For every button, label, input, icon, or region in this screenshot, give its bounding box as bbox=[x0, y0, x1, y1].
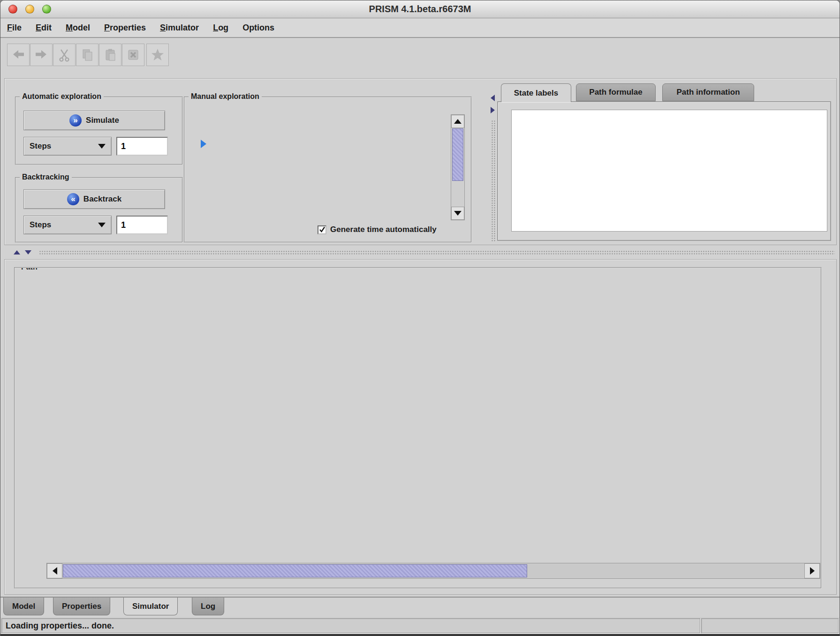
redo-arrow-icon[interactable] bbox=[30, 44, 53, 66]
manual-table-scrollbar[interactable] bbox=[451, 114, 465, 220]
manual-exploration-group: Manual exploration Generate time automat… bbox=[184, 97, 472, 243]
backtrack-button[interactable]: « Backtrack bbox=[23, 189, 165, 209]
scroll-right-icon[interactable] bbox=[804, 563, 820, 578]
path-title: Path bbox=[19, 267, 40, 271]
blue-fast-forward-icon: » bbox=[69, 114, 82, 127]
toolbar bbox=[0, 39, 840, 76]
menu-bar: File Edit Model Properties Simulator Log… bbox=[0, 18, 840, 38]
tab-properties[interactable]: Properties bbox=[53, 598, 110, 615]
backtrack-steps-input[interactable] bbox=[116, 216, 168, 234]
status-message-cell: Loading properties... done. bbox=[1, 618, 700, 633]
menu-log[interactable]: Log bbox=[213, 23, 228, 33]
manual-exploration-title: Manual exploration bbox=[189, 92, 262, 101]
scrollbar-thumb[interactable] bbox=[63, 564, 527, 577]
scrollbar-thumb[interactable] bbox=[452, 128, 463, 181]
chevron-down-icon bbox=[98, 223, 106, 227]
status-message: Loading properties... done. bbox=[6, 621, 114, 631]
status-extra-cell bbox=[701, 618, 839, 633]
selected-transition-pointer-icon bbox=[201, 140, 206, 148]
automatic-exploration-group: Automatic exploration » Simulate Steps bbox=[15, 97, 183, 165]
copy-pages-icon[interactable] bbox=[76, 44, 98, 66]
scroll-left-icon[interactable] bbox=[47, 563, 62, 578]
status-bar: Loading properties... done. bbox=[0, 617, 840, 634]
cut-scissors-icon[interactable] bbox=[53, 44, 76, 66]
horizontal-splitter[interactable] bbox=[4, 247, 837, 258]
tab-model[interactable]: Model bbox=[3, 598, 44, 615]
favorite-star-icon[interactable] bbox=[146, 44, 169, 66]
path-section-panel: Path bbox=[4, 259, 837, 595]
delete-box-icon[interactable] bbox=[122, 44, 144, 66]
simulate-steps-dropdown[interactable]: Steps bbox=[23, 137, 112, 156]
simulator-top-panel: Automatic exploration » Simulate Steps B… bbox=[4, 78, 837, 245]
backtrack-steps-dropdown[interactable]: Steps bbox=[23, 216, 112, 234]
chevron-down-icon bbox=[98, 144, 106, 149]
tab-log[interactable]: Log bbox=[192, 598, 224, 615]
path-group: Path bbox=[14, 267, 822, 589]
state-tab-panel: State labels Path formulae Path informat… bbox=[497, 83, 831, 241]
title-bar[interactable]: PRISM 4.1.beta.r6673M bbox=[0, 0, 840, 18]
state-labels-content bbox=[497, 101, 831, 241]
menu-simulator[interactable]: Simulator bbox=[160, 23, 199, 33]
blue-rewind-icon: « bbox=[67, 193, 79, 205]
menu-file[interactable]: File bbox=[7, 23, 22, 33]
undo-arrow-icon[interactable] bbox=[7, 44, 30, 66]
scroll-down-icon[interactable] bbox=[451, 207, 464, 220]
collapse-down-icon[interactable] bbox=[25, 250, 31, 254]
automatic-exploration-title: Automatic exploration bbox=[20, 92, 104, 101]
simulate-steps-input[interactable] bbox=[116, 137, 168, 156]
tab-state-labels[interactable]: State labels bbox=[501, 83, 571, 102]
menu-options[interactable]: Options bbox=[242, 23, 274, 33]
paste-clipboard-icon[interactable] bbox=[99, 44, 121, 66]
backtracking-group: Backtracking « Backtrack Steps bbox=[15, 177, 183, 243]
backtracking-title: Backtracking bbox=[20, 173, 72, 181]
menu-model[interactable]: Model bbox=[66, 23, 90, 33]
simulate-button[interactable]: » Simulate bbox=[23, 111, 165, 130]
generate-time-checkbox[interactable] bbox=[318, 225, 326, 234]
tab-path-formulae[interactable]: Path formulae bbox=[576, 83, 656, 101]
generate-time-row: Generate time automatically bbox=[318, 225, 437, 234]
state-labels-list bbox=[511, 110, 827, 232]
scroll-up-icon[interactable] bbox=[451, 115, 464, 128]
tab-path-information[interactable]: Path information bbox=[662, 83, 754, 101]
path-horizontal-scrollbar[interactable] bbox=[46, 563, 820, 579]
prism-window: PRISM 4.1.beta.r6673M File Edit Model Pr… bbox=[0, 0, 840, 636]
collapse-up-icon[interactable] bbox=[14, 250, 20, 254]
collapse-right-icon[interactable] bbox=[491, 107, 495, 113]
tab-simulator[interactable]: Simulator bbox=[123, 598, 178, 615]
collapse-left-icon[interactable] bbox=[491, 95, 495, 101]
menu-edit[interactable]: Edit bbox=[36, 23, 52, 33]
window-title: PRISM 4.1.beta.r6673M bbox=[0, 4, 840, 15]
menu-properties[interactable]: Properties bbox=[104, 23, 146, 33]
